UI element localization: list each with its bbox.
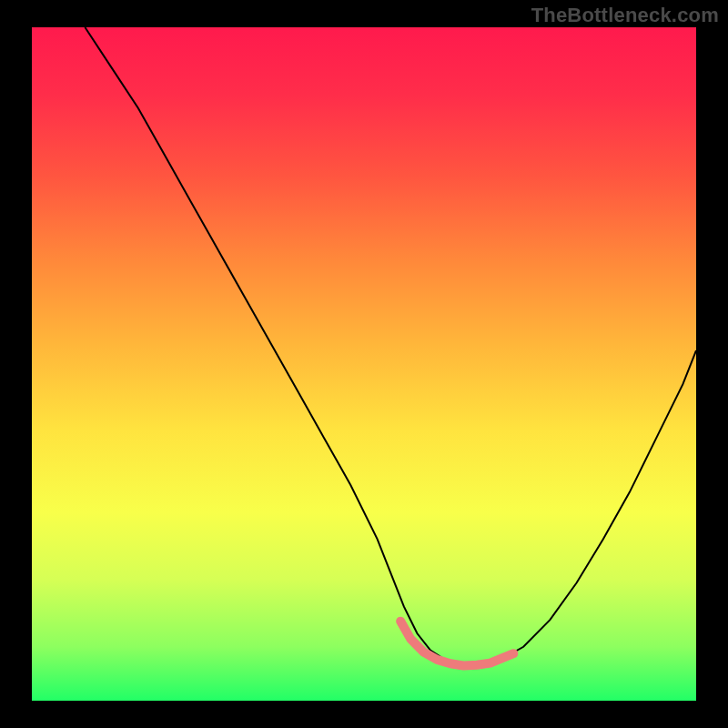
plot-area (32, 27, 696, 701)
chart-frame: TheBottleneck.com (0, 0, 728, 728)
curve-layer (32, 27, 696, 701)
v-curve-line (85, 27, 696, 666)
watermark-text: TheBottleneck.com (531, 4, 719, 27)
optimal-band-line (400, 622, 513, 666)
